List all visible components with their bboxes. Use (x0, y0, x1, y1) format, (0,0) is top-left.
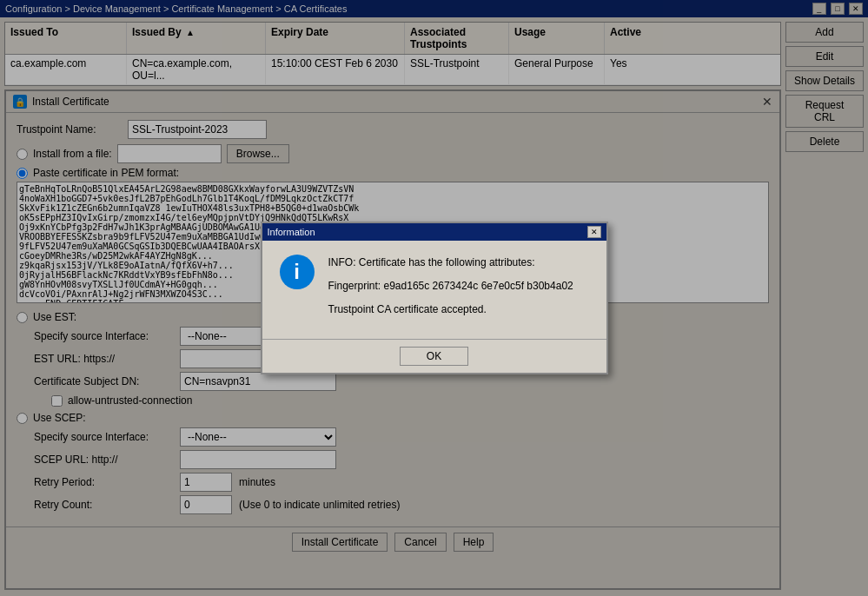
info-text: INFO: Certificate has the following attr… (328, 255, 573, 326)
ok-button[interactable]: OK (400, 347, 468, 366)
info-line2: Trustpoint CA certificate accepted. (328, 301, 573, 318)
info-dialog-title: Information (268, 227, 315, 237)
info-dialog-overlay: Information ✕ i INFO: Certificate has th… (0, 0, 868, 596)
info-dialog-footer: OK (262, 339, 606, 373)
info-dialog-close-button[interactable]: ✕ (587, 226, 601, 238)
info-line1: INFO: Certificate has the following attr… (328, 255, 573, 271)
info-icon: i (280, 255, 315, 289)
info-dialog-titlebar: Information ✕ (262, 223, 606, 241)
info-dialog: Information ✕ i INFO: Certificate has th… (261, 222, 608, 375)
info-fingerprint: Fingerprint: e9ad165c 2673424c 6e7e0c5f … (328, 278, 573, 295)
info-dialog-body: i INFO: Certificate has the following at… (262, 241, 606, 340)
